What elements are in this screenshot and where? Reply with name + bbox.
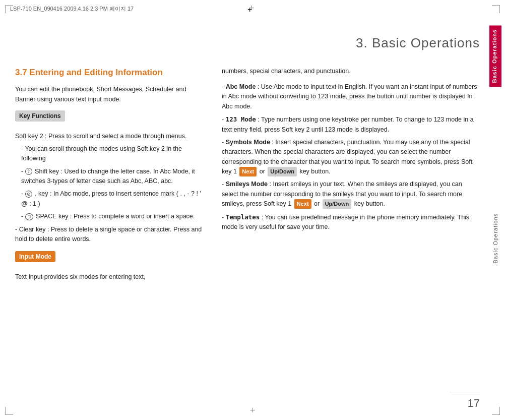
corner-mark-bl xyxy=(5,407,13,415)
key-functions-desc: Soft key 2 : Press to scroll and select … xyxy=(15,132,207,141)
bullet-scroll: - You can scroll through the modes using… xyxy=(15,144,207,164)
bullet-clear: - Clear key : Press to delete a single s… xyxy=(15,225,207,245)
next-button-symbols: Next xyxy=(239,167,257,176)
mode-symbols: - Symbols Mode : Insert special characte… xyxy=(222,138,480,177)
left-column: 3.7 Entering and Editing Information You… xyxy=(15,66,207,405)
bullet-space: - □ SPACE key : Press to complete a word… xyxy=(15,212,207,221)
page-title: 3. Basic Operations xyxy=(15,35,480,51)
mode-123-label: 123 Mode xyxy=(226,115,256,123)
input-mode-desc: Text Input provides six modes for enteri… xyxy=(15,272,207,282)
bullet-shift: - ⇧ Shift key : Used to change the lette… xyxy=(15,167,207,187)
mode-smileys: - Smileys Mode : Insert smileys in your … xyxy=(222,179,480,209)
section-heading: 3.7 Entering and Editing Information xyxy=(15,66,207,79)
main-content: 3. Basic Operations 3.7 Entering and Edi… xyxy=(15,20,480,405)
updown-button-symbols: Up/Down xyxy=(268,167,297,176)
section-intro: You can edit the phonebook, Short Messag… xyxy=(15,84,207,104)
corner-mark-br xyxy=(492,407,500,415)
updown-button-smileys: Up/Down xyxy=(323,199,352,209)
crosshair-top: + xyxy=(247,5,258,15)
mode-symbols-label: Symbols Mode xyxy=(226,139,270,146)
shift-icon: ⇧ xyxy=(25,168,32,175)
key-functions-badge: Key Functions xyxy=(15,110,65,122)
doc-header: LSP-710 EN_090416 2009.4.16 2:3 PM 페이지 1… xyxy=(10,5,134,13)
input-mode-badge: Input Mode xyxy=(15,251,55,262)
right-column: numbers, special characters, and punctua… xyxy=(222,66,480,405)
mode-abc-label: Abc Mode xyxy=(226,83,256,90)
sidebar-tab: Basic Operations xyxy=(489,25,501,87)
sidebar-text: Basic Operations xyxy=(492,87,498,390)
space-icon: □ xyxy=(25,213,33,220)
corner-mark-tr xyxy=(492,5,500,13)
mode-templates: - Templates : You can use predefined mes… xyxy=(222,212,480,232)
right-intro: numbers, special characters, and punctua… xyxy=(222,66,480,76)
dot-icon: ⊙ xyxy=(25,191,32,198)
crosshair-bottom: + xyxy=(250,405,256,416)
mode-templates-label: Templates xyxy=(226,213,260,221)
bullet-dot: - ⊙ . key : In Abc mode, press to insert… xyxy=(15,189,207,209)
mode-abc: - Abc Mode : Use Abc mode to input text … xyxy=(222,82,480,111)
two-column-layout: 3.7 Entering and Editing Information You… xyxy=(15,66,480,405)
mode-smileys-label: Smileys Mode xyxy=(226,181,268,188)
right-sidebar: Basic Operations Basic Operations xyxy=(486,25,505,390)
next-button-smileys: Next xyxy=(294,199,311,209)
mode-123: - 123 Mode : Type numbers using one keys… xyxy=(222,114,480,135)
